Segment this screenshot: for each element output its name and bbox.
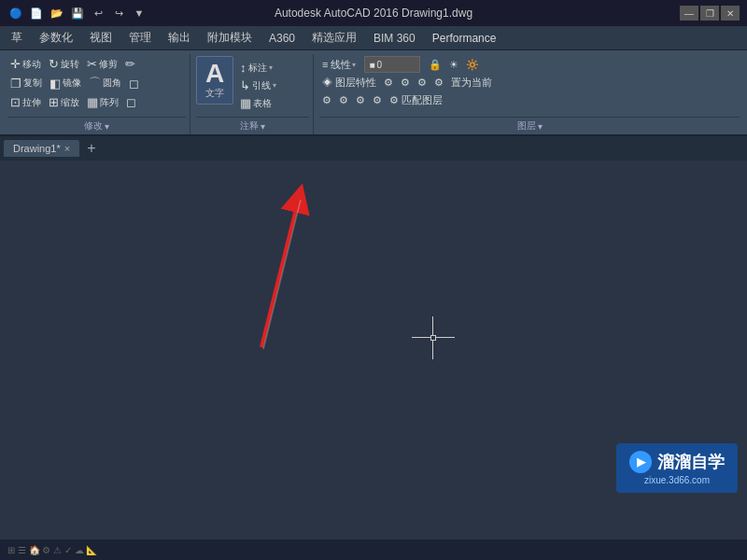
window-title: Autodesk AutoCAD 2016 Drawing1.dwg <box>275 7 472 20</box>
text-icon: A <box>205 61 224 87</box>
window-controls: — ❐ ✕ <box>680 6 740 21</box>
title-bar: 🔵 📄 📂 💾 ↩ ↪ ▼ Autodesk AutoCAD 2016 Draw… <box>0 0 747 26</box>
modify-row1: ✛ 移动 ↻ 旋转 ✂ 修剪 ✏ <box>7 56 142 72</box>
leader-icon: ↳ <box>240 78 250 92</box>
scale-button[interactable]: ⊞ 缩放 <box>46 94 82 110</box>
menu-item-shuchu[interactable]: 输出 <box>161 28 198 48</box>
redo-icon[interactable]: ↪ <box>110 5 127 21</box>
annotate-group-label[interactable]: 注释 ▾ <box>196 117 309 134</box>
new-icon[interactable]: 📄 <box>28 5 45 21</box>
dimension-button[interactable]: ↕ 标注 ▾ <box>237 60 279 76</box>
layer-color-display: ■ <box>369 60 374 70</box>
fillet-icon: ⌒ <box>89 75 101 91</box>
fillet-button[interactable]: ⌒ 圆角 <box>86 74 124 92</box>
move-button[interactable]: ✛ 移动 <box>7 56 44 72</box>
menu-item-a360[interactable]: A360 <box>261 30 303 47</box>
match-layer-button[interactable]: ⚙ 匹配图层 <box>387 92 445 108</box>
crosshair-cursor <box>430 335 436 341</box>
status-text: ⊞ ☰ 🏠 ⚙ ⚠ ✓ ☁ 📐 <box>7 545 97 555</box>
array-more-icon: ◻ <box>126 95 136 109</box>
trim-icon: ✂ <box>87 57 97 71</box>
copy-icon: ❐ <box>10 77 21 91</box>
layer-row3: ⚙ ⚙ ⚙ ⚙ ⚙ 匹配图层 <box>319 92 740 108</box>
menu-item-shitu[interactable]: 视图 <box>82 28 120 48</box>
status-bar: ⊞ ☰ 🏠 ⚙ ⚠ ✓ ☁ 📐 <box>0 539 747 560</box>
layer-tool6[interactable]: ⚙ <box>336 93 351 107</box>
ribbon-group-modify: ✛ 移动 ↻ 旋转 ✂ 修剪 ✏ <box>4 54 190 134</box>
watermark-url: zixue.3d66.com <box>644 475 710 485</box>
minimize-button[interactable]: — <box>680 6 698 21</box>
menu-item-guanli[interactable]: 管理 <box>121 28 159 48</box>
mirror-icon: ◧ <box>49 77 61 91</box>
svg-line-2 <box>263 200 301 349</box>
open-icon[interactable]: 📂 <box>49 5 65 21</box>
copy-button[interactable]: ❐ 复制 <box>7 76 45 91</box>
annotate-dropdown-icon: ▾ <box>261 121 265 132</box>
close-button[interactable]: ✕ <box>721 6 740 21</box>
menu-item-cao[interactable]: 草 <box>4 28 30 48</box>
ribbon-content: ✛ 移动 ↻ 旋转 ✂ 修剪 ✏ <box>0 50 747 134</box>
table-icon: ▦ <box>240 96 251 110</box>
rotate-icon: ↻ <box>49 57 59 71</box>
array-button[interactable]: ▦ 阵列 <box>84 94 121 110</box>
save-icon[interactable]: 💾 <box>69 5 86 21</box>
array-more-button[interactable]: ◻ <box>123 94 139 110</box>
modify-dropdown-icon: ▾ <box>105 121 109 132</box>
layer-tool3[interactable]: ⚙ <box>415 76 430 90</box>
layer-number-display: 0 <box>377 60 383 70</box>
fillet-shape-button[interactable]: ◻ <box>126 76 142 91</box>
linetype-dropdown-icon: ▾ <box>352 61 356 69</box>
document-tab-drawing1[interactable]: Drawing1* × <box>4 140 79 157</box>
pencil-icon: ✏ <box>125 57 135 71</box>
shape-icon: ◻ <box>129 77 139 91</box>
leader-dropdown-icon: ▾ <box>273 81 276 90</box>
modify-row3: ⊡ 拉伸 ⊞ 缩放 ▦ 阵列 ◻ <box>7 94 142 110</box>
ribbon-group-layer: ≡ 线性 ▾ ■ 0 🔒 ☀ 🔆 ◈ 图层特性 ⚙ ⚙ ⚙ ⚙ 置为当前 <box>316 54 743 134</box>
undo-icon[interactable]: ↩ <box>90 5 106 21</box>
tab-title: Drawing1* <box>13 143 61 154</box>
stretch-icon: ⊡ <box>10 95 21 109</box>
lock-icon: 🔒 <box>426 58 444 72</box>
scale-icon: ⊞ <box>49 95 59 109</box>
layer-row1: ≡ 线性 ▾ ■ 0 🔒 ☀ 🔆 <box>319 56 740 73</box>
trim-button[interactable]: ✂ 修剪 <box>84 56 120 72</box>
modify-group-label[interactable]: 修改 ▾ <box>7 117 186 134</box>
modify-more-button[interactable]: ✏ <box>122 56 138 72</box>
watermark-name: 溜溜自学 <box>657 451 725 473</box>
tab-close-button[interactable]: × <box>64 143 70 154</box>
new-tab-button[interactable]: + <box>83 140 99 157</box>
annotate-tools: A 文字 ↕ 标注 ▾ ↳ 引线 ▾ ▦ <box>196 56 309 117</box>
dimension-dropdown-icon: ▾ <box>269 63 273 72</box>
table-button[interactable]: ▦ 表格 <box>237 95 279 111</box>
layer-tool7[interactable]: ⚙ <box>353 93 368 107</box>
set-current-button[interactable]: 置为当前 <box>448 75 495 91</box>
play-icon: ▶ <box>629 451 652 473</box>
menu-item-jingxuan[interactable]: 精选应用 <box>304 28 364 48</box>
mirror-button[interactable]: ◧ 镜像 <box>47 76 84 91</box>
menu-item-performance[interactable]: Performance <box>425 30 504 47</box>
leader-button[interactable]: ↳ 引线 ▾ <box>237 77 279 93</box>
dimension-icon: ↕ <box>240 61 247 75</box>
annotation-arrow <box>187 179 374 366</box>
menu-item-canshuhua[interactable]: 参数化 <box>32 28 80 48</box>
text-button[interactable]: A 文字 <box>196 56 233 105</box>
layer-tool5[interactable]: ⚙ <box>319 93 334 107</box>
layer-properties-button[interactable]: ◈ 图层特性 <box>319 75 379 91</box>
qat-more-icon[interactable]: ▼ <box>131 5 148 21</box>
linetype-button[interactable]: ≡ 线性 ▾ <box>319 57 359 73</box>
menu-item-bim360[interactable]: BIM 360 <box>366 30 423 47</box>
text-label: 文字 <box>205 87 224 100</box>
rotate-button[interactable]: ↻ 旋转 <box>46 56 82 72</box>
restore-button[interactable]: ❐ <box>700 6 719 21</box>
layer-tool1[interactable]: ⚙ <box>381 76 396 90</box>
menu-item-fujia[interactable]: 附加模块 <box>200 28 260 48</box>
array-icon: ▦ <box>87 95 98 109</box>
layer-tool2[interactable]: ⚙ <box>398 76 413 90</box>
layer-tool4[interactable]: ⚙ <box>431 76 446 90</box>
stretch-button[interactable]: ⊡ 拉伸 <box>7 94 44 110</box>
layer-group-label[interactable]: 图层 ▾ <box>319 117 740 134</box>
watermark: ▶ 溜溜自学 zixue.3d66.com <box>616 443 738 493</box>
layer-tool8[interactable]: ⚙ <box>370 93 385 107</box>
drawing-canvas[interactable]: ▶ 溜溜自学 zixue.3d66.com <box>0 161 747 515</box>
move-icon: ✛ <box>10 57 21 71</box>
